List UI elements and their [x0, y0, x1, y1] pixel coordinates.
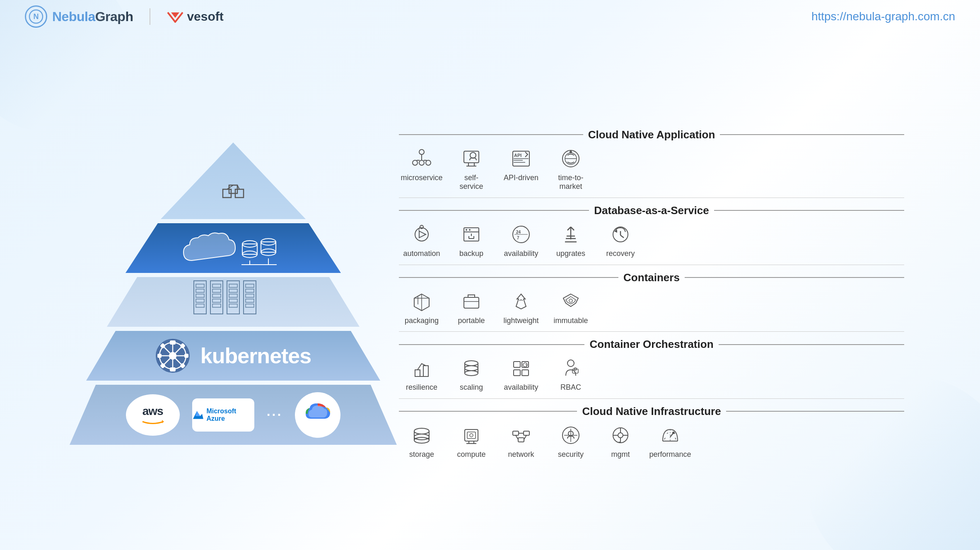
svg-rect-33 [229, 304, 237, 307]
svg-line-161 [675, 438, 676, 439]
icon-item-storage: storage [403, 424, 440, 459]
svg-line-159 [667, 433, 668, 434]
svg-rect-112 [423, 366, 428, 376]
svg-point-61 [413, 160, 418, 165]
svg-point-80 [570, 151, 572, 153]
compute-label: compute [457, 450, 485, 459]
microservice-label: microservice [401, 174, 443, 183]
icon-item-lightweight: lightweight [502, 290, 540, 326]
svg-rect-17 [196, 284, 204, 287]
svg-rect-111 [415, 370, 420, 376]
icon-item-compute: compute [453, 424, 490, 459]
pyramid-level-5: aws Microsoft Azure [76, 385, 391, 445]
svg-point-117 [465, 366, 478, 371]
network-icon [509, 424, 533, 447]
pyramid-level-3 [76, 277, 391, 327]
section-title-daas: Database-as-a-Service [594, 204, 709, 217]
storage-icon [410, 424, 433, 447]
svg-rect-108 [464, 297, 479, 308]
svg-rect-24 [212, 289, 221, 292]
svg-point-85 [466, 229, 467, 231]
info-column: Cloud Native Application [391, 122, 904, 466]
diagram-wrapper: kubernetes aws [76, 122, 904, 466]
svg-rect-18 [196, 289, 204, 292]
icon-item-time-to-market: time-to-market [552, 147, 589, 191]
section-cloud-native-app: Cloud Native Application [399, 122, 904, 198]
gcp-logo [295, 392, 340, 438]
svg-rect-32 [229, 299, 237, 302]
network-label: network [508, 450, 534, 459]
automation-label: automation [403, 249, 440, 258]
svg-rect-30 [229, 289, 237, 292]
portable-label: portable [458, 316, 485, 326]
immutable-icon [559, 290, 582, 313]
svg-rect-29 [229, 284, 237, 287]
svg-point-60 [419, 150, 424, 154]
line-right-cna [720, 134, 904, 135]
icon-item-scaling: scaling [453, 357, 490, 392]
aws-text: aws [142, 405, 163, 418]
svg-rect-138 [465, 429, 478, 441]
icons-row-orch: resilience [399, 357, 904, 392]
svg-rect-54 [185, 354, 188, 357]
svg-rect-21 [196, 304, 204, 307]
performance-label: performance [649, 450, 691, 459]
section-containers: Containers pa [399, 265, 904, 332]
svg-rect-124 [522, 370, 529, 376]
azure-logo: Microsoft Azure [192, 398, 254, 432]
svg-point-120 [465, 371, 478, 376]
section-title-orch: Container Orchestration [589, 338, 713, 351]
line-left-containers [399, 277, 618, 278]
resilience-label: resilience [406, 383, 437, 392]
section-title-row-daas: Database-as-a-Service [399, 204, 904, 217]
svg-rect-35 [246, 284, 254, 287]
svg-point-62 [426, 160, 431, 165]
security-label: security [558, 450, 584, 459]
recovery-icon [609, 223, 632, 246]
performance-icon [659, 424, 682, 447]
lightweight-label: lightweight [503, 316, 538, 326]
svg-point-42 [169, 352, 176, 359]
pyramid: kubernetes aws [76, 142, 391, 445]
icon-item-rbac: RBAC [552, 357, 589, 392]
icon-item-availability-daas: 24 7 availability [502, 223, 540, 258]
icon-item-backup: backup [453, 223, 490, 258]
line-right-containers [685, 277, 904, 278]
upgrates-label: upgrates [556, 249, 585, 258]
section-container-orch: Container Orchestration [399, 332, 904, 399]
svg-rect-20 [196, 299, 204, 302]
mgmt-label: mgmt [611, 450, 630, 459]
lightweight-icon [509, 290, 533, 313]
resilience-icon [410, 357, 433, 380]
time-to-market-icon [559, 147, 582, 170]
svg-point-153 [618, 433, 623, 438]
vesoft-logo: vesoft [167, 10, 223, 24]
svg-line-148 [516, 435, 518, 439]
header: N NebulaGraph vesoft https://nebula-grap… [0, 0, 980, 33]
vesoft-text: vesoft [187, 10, 223, 24]
scaling-label: scaling [460, 383, 483, 392]
svg-rect-23 [212, 284, 221, 287]
rbac-label: RBAC [560, 383, 581, 392]
section-title-row-cna: Cloud Native Application [399, 128, 904, 141]
icons-row-daas: automation [399, 223, 904, 258]
security-icon [559, 424, 582, 447]
aws-logo: aws [126, 394, 180, 436]
svg-point-131 [414, 428, 429, 434]
svg-rect-53 [158, 354, 161, 357]
backup-label: backup [459, 249, 483, 258]
svg-marker-59 [162, 420, 164, 423]
line-left-orch [399, 344, 584, 345]
upgrates-icon [559, 223, 582, 246]
mgmt-icon [609, 424, 632, 447]
icon-item-resilience: resilience [403, 357, 440, 392]
icon-item-network: network [502, 424, 540, 459]
line-left-cni [399, 411, 577, 412]
svg-rect-11 [261, 242, 276, 252]
line-left-cna [399, 134, 583, 135]
level-1-icon [219, 173, 248, 207]
svg-line-158 [664, 438, 665, 439]
time-to-market-label: time-to-market [552, 174, 589, 191]
svg-rect-123 [514, 370, 520, 376]
scaling-icon [460, 357, 483, 380]
